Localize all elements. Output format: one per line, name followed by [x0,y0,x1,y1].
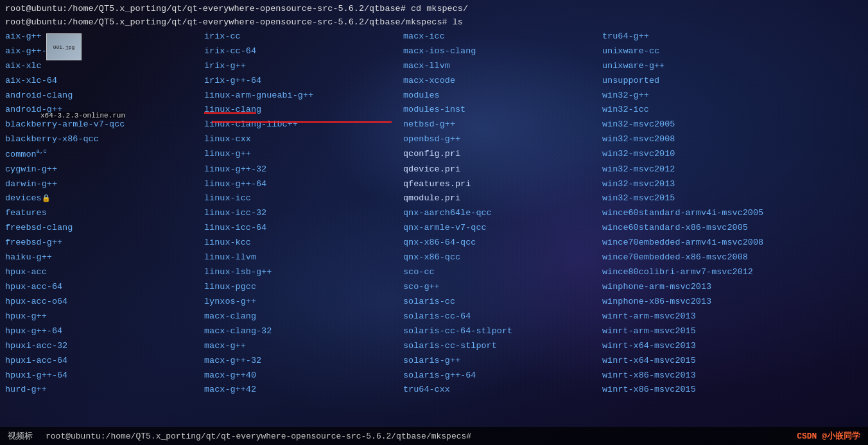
devices-lock: 🔒 [42,195,51,202]
ls-item: commona,c [5,147,204,162]
ls-item: qmodule.pri [403,191,602,206]
ls-item: cygwin-g++ [5,162,204,177]
ls-item: macx-g++-32 [204,354,403,369]
ls-item: macx-llvm [403,59,602,74]
ls-item: win32-msvc2013 [602,177,863,192]
ls-item: macx-icc [403,30,602,44]
ls-item: devices🔒 [5,191,204,206]
ls-item: freebsd-clang [5,221,204,236]
ls-item: irix-g++ [204,59,403,74]
image-overlay: 001.jpg [46,33,82,60]
red-underline [212,121,392,123]
ls-item: linux-icc-32 [204,206,403,221]
ls-item: sco-cc [403,265,602,280]
ls-item: hpux-acc-64 [5,280,204,295]
ls-item: hurd-g++ [5,383,204,397]
ls-item: solaris-g++-64 [403,369,602,383]
ls-item: qfeatures.pri [403,177,602,192]
ls-item: macx-ios-clang [403,44,602,59]
ls-item: qconfig.pri [403,147,602,162]
ls-item: hpuxi-g++-64 [5,369,204,383]
ls-item: openbsd-g++ [403,132,602,147]
ls-item: wince70embedded-armv4i-msvc2008 [602,236,863,250]
common-annotation: a,c [37,148,47,155]
ls-item: win32-msvc2010 [602,147,863,162]
x64-label: x64-3.2.3-online.run [40,112,125,119]
ls-item: macx-g++ [204,339,403,354]
ls-item: wince70embedded-x86-msvc2008 [602,250,863,265]
ls-item: solaris-cc-stlport [403,339,602,354]
ls-item: netbsd-g++ [403,118,602,132]
ls-item: hpuxi-acc-64 [5,354,204,369]
bottom-prompt: root@ubuntu:/home/QT5.x_porting/qt/qt-ev… [46,432,471,441]
ls-item: winrt-arm-msvc2013 [602,310,863,324]
ls-item: hpux-g++-64 [5,324,204,339]
csdn-watermark: CSDN @小嵌同学 [797,430,860,442]
ls-item: solaris-g++ [403,354,602,369]
ls-item: linux-icc [204,191,403,206]
ls-item: modules-inst [403,103,602,118]
ls-item: win32-msvc2005 [602,118,863,132]
bottom-bar: 视频标 root@ubuntu:/home/QT5.x_porting/qt/q… [0,427,868,445]
ls-item: linux-icc-64 [204,221,403,236]
ls-item: aix-xlc-64 [5,74,204,89]
ls-item: qnx-x86-64-qcc [403,236,602,250]
ls-item: linux-llvm [204,250,403,265]
ls-item: blackberry-armle-v7-qcc [5,118,204,132]
ls-item: winrt-x86-msvc2013 [602,369,863,383]
prompt-line-2: root@ubuntu:/home/QT5.x_porting/qt/qt-ev… [5,16,863,30]
ls-item: linux-pgcc [204,280,403,295]
ls-item: hpuxi-acc-32 [5,339,204,354]
ls-item: win32-msvc2015 [602,191,863,206]
ls-item: tru64-cxx [403,383,602,397]
ls-item: unixware-g++ [602,59,863,74]
scroll-label: 视频标 [8,430,33,442]
ls-item: linux-clang [204,103,403,118]
ls-item: linux-g++ [204,147,403,162]
ls-item: unsupported [602,74,863,89]
ls-item: winphone-arm-msvc2013 [602,280,863,295]
prompt-line-1: root@ubuntu:/home/QT5.x_porting/qt/qt-ev… [5,3,863,16]
ls-item: irix-g++-64 [204,74,403,89]
terminal-window: root@ubuntu:/home/QT5.x_porting/qt/qt-ev… [0,0,868,445]
ls-item: features [5,206,204,221]
ls-item: aix-g++ [5,30,204,44]
ls-item: aix-g++-64 [5,44,204,59]
ls-item: winrt-x64-msvc2013 [602,339,863,354]
ls-item: irix-cc [204,30,403,44]
ls-item: winrt-x86-msvc2015 [602,383,863,397]
ls-item: linux-arm-gnueabi-g++ [204,89,403,103]
ls-item: aix-xlc [5,59,204,74]
ls-item: modules [403,89,602,103]
ls-item: linux-lsb-g++ [204,265,403,280]
linux-clang-underline: linux-clang [204,105,261,114]
ls-item: win32-msvc2008 [602,132,863,147]
ls-item: hpux-g++ [5,310,204,324]
ls-item: macx-clang-32 [204,324,403,339]
ls-item: wince60standard-armv4i-msvc2005 [602,206,863,221]
ls-item: winrt-x64-msvc2015 [602,354,863,369]
ls-item: linux-g++-64 [204,177,403,192]
ls-item: solaris-cc-64 [403,310,602,324]
ls-item: hpux-acc [5,265,204,280]
ls-item: irix-cc-64 [204,44,403,59]
ls-item: linux-cxx [204,132,403,147]
ls-item: linux-clang-libc++ [204,118,403,132]
ls-item: linux-g++-32 [204,162,403,177]
ls-item: lynxos-g++ [204,295,403,310]
ls-item: macx-g++40 [204,369,403,383]
ls-item: linux-kcc [204,236,403,250]
ls-item: win32-g++ [602,89,863,103]
ls-item: qnx-x86-qcc [403,250,602,265]
ls-item: wince80colibri-armv7-msvc2012 [602,265,863,280]
ls-item: sco-g++ [403,280,602,295]
ls-item: winphone-x86-msvc2013 [602,295,863,310]
ls-item: macx-xcode [403,74,602,89]
ls-item: win32-icc [602,103,863,118]
ls-item: qnx-armle-v7-qcc [403,221,602,236]
ls-item: macx-clang [204,310,403,324]
ls-item: qdevice.pri [403,162,602,177]
ls-item: solaris-cc [403,295,602,310]
ls-item: hpux-acc-o64 [5,295,204,310]
ls-output: aix-g++irix-ccmacx-icctru64-g++aix-g++-6… [5,30,863,398]
